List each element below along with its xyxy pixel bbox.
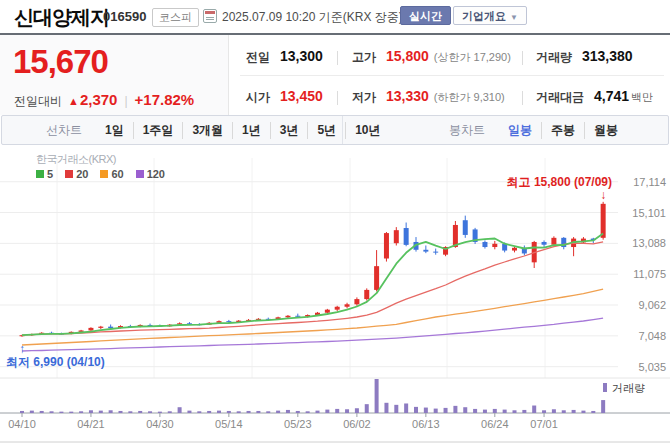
company-overview-button[interactable]: 기업개요▼: [453, 6, 527, 25]
volume-legend-label: 거래량: [612, 382, 645, 394]
svg-text:07/01: 07/01: [530, 418, 558, 430]
stock-name: 신대양제지: [14, 4, 109, 31]
header: 신대양제지 016590 코스피 2025.07.09 10:20 기준(KRX…: [0, 0, 670, 33]
ma20-legend: 20: [65, 168, 88, 180]
tab-1day[interactable]: 1일: [96, 122, 133, 139]
tab-3year[interactable]: 3년: [270, 122, 308, 139]
prev-close-cell: 전일13,300: [246, 48, 323, 66]
price-summary: 15,670 전일대비▲2,370|+17.82% 전일13,300 시가13,…: [0, 35, 670, 115]
divider: [337, 91, 338, 105]
tab-1week[interactable]: 1주일: [133, 122, 183, 139]
open-value: 13,450: [280, 88, 323, 104]
annotations: 최고 15,800 (07/09)↓↑최저 6,990 (04/10)거래량: [6, 175, 645, 394]
candle-chart-label: 봉차트: [449, 122, 485, 139]
svg-text:9,062: 9,062: [638, 299, 666, 311]
svg-text:06/13: 06/13: [412, 418, 440, 430]
ma-lines: [22, 234, 603, 351]
price-volume-chart: 17,11415,10113,08811,0759,0627,0485,0350…: [0, 150, 670, 445]
stock-quote-widget: 신대양제지 016590 코스피 2025.07.09 10:20 기준(KRX…: [0, 0, 670, 445]
open-cell: 시가13,450: [246, 88, 323, 106]
tab-weekly-candle[interactable]: 주봉: [541, 122, 584, 139]
tab-3month[interactable]: 3개월: [182, 122, 232, 139]
separator: |: [124, 94, 127, 108]
quote-timestamp: 2025.07.09 10:20 기준(KRX 장중): [222, 9, 403, 26]
chart-period-toolbar: 선차트 1일 1주일 3개월 1년 3년 5년 10년 봉차트 일봉 주봉 월봉: [1, 115, 669, 145]
calendar-icon: [203, 9, 217, 23]
svg-text:11,075: 11,075: [633, 268, 666, 280]
volume-label: 거래량: [536, 50, 572, 64]
volume-bars: [20, 379, 605, 413]
chart-area: 17,11415,10113,08811,0759,0627,0485,0350…: [0, 150, 670, 445]
high-label: 고가: [352, 50, 376, 64]
gridlines: [0, 158, 670, 442]
svg-text:05/14: 05/14: [215, 418, 243, 430]
tab-1year[interactable]: 1년: [232, 122, 270, 139]
svg-text:↓: ↓: [600, 188, 606, 202]
market-badge: 코스피: [152, 8, 199, 27]
tab-daily-candle[interactable]: 일봉: [499, 122, 541, 139]
divider: [337, 51, 338, 65]
upper-limit: (상한가 17,290): [434, 51, 511, 63]
amount-label: 거래대금: [536, 90, 584, 104]
svg-text:7,048: 7,048: [638, 330, 666, 342]
prev-close-value: 13,300: [280, 48, 323, 64]
ma5-swatch: [36, 170, 44, 178]
divider: [240, 75, 664, 76]
svg-text:13,088: 13,088: [632, 237, 666, 249]
current-price-panel: 15,670 전일대비▲2,370|+17.82%: [0, 35, 229, 115]
svg-text:04/30: 04/30: [146, 418, 174, 430]
tab-10year[interactable]: 10년: [345, 122, 389, 139]
svg-text:↑: ↑: [19, 342, 25, 356]
prev-close-label: 전일: [246, 50, 270, 64]
amount-cell: 거래대금4,741백만: [536, 88, 653, 106]
chart-legend: 한국거래소(KRX) 52060120: [36, 152, 177, 180]
up-triangle-icon: ▲: [68, 95, 79, 107]
ma20-swatch: [65, 170, 73, 178]
change-label: 전일대비: [14, 94, 62, 108]
change-value: 2,370: [80, 91, 118, 108]
tab-monthly-candle[interactable]: 월봉: [584, 122, 627, 139]
ma5-legend: 5: [36, 168, 53, 180]
price-change-row: 전일대비▲2,370|+17.82%: [14, 91, 194, 110]
realtime-button[interactable]: 실시간: [400, 6, 451, 25]
svg-text:05/23: 05/23: [284, 418, 312, 430]
high-cell: 고가15,800(상한가 17,290): [352, 48, 511, 66]
tab-5year[interactable]: 5년: [307, 122, 345, 139]
low-value: 13,330: [386, 88, 429, 104]
amount-value: 4,741: [594, 88, 629, 104]
divider: [522, 91, 523, 105]
svg-text:04/21: 04/21: [77, 418, 105, 430]
divider: [342, 116, 343, 144]
open-label: 시가: [246, 90, 270, 104]
change-percent: +17.82%: [135, 91, 195, 108]
line-chart-label: 선차트: [46, 122, 82, 139]
ma120-legend: 120: [136, 168, 165, 180]
svg-text:06/24: 06/24: [481, 418, 509, 430]
low-annotation: 최저 6,990 (04/10): [6, 355, 105, 369]
data-source-label: 한국거래소(KRX): [36, 152, 177, 167]
chevron-down-icon: ▼: [510, 13, 518, 22]
low-cell: 저가13,330(하한가 9,310): [352, 88, 505, 106]
company-overview-label: 기업개요: [462, 10, 506, 22]
svg-text:06/02: 06/02: [343, 418, 371, 430]
svg-text:17,114: 17,114: [633, 176, 666, 188]
ma60-legend: 60: [100, 168, 123, 180]
svg-text:5,035: 5,035: [638, 361, 666, 373]
amount-unit: 백만: [631, 91, 653, 103]
volume-cell: 거래량313,380: [536, 48, 633, 66]
axis-labels: 17,11415,10113,08811,0759,0627,0485,0350…: [8, 176, 666, 430]
current-price: 15,670: [13, 43, 108, 81]
svg-text:04/10: 04/10: [8, 418, 36, 430]
stock-code: 016590: [103, 9, 146, 24]
volume-value: 313,380: [582, 48, 633, 64]
high-value: 15,800: [386, 48, 429, 64]
ma60-swatch: [100, 170, 108, 178]
low-label: 저가: [352, 90, 376, 104]
svg-text:15,101: 15,101: [632, 207, 666, 219]
lower-limit: (하한가 9,310): [434, 91, 505, 103]
line-chart-tabs: 선차트 1일 1주일 3개월 1년 3년 5년 10년: [46, 116, 389, 144]
high-annotation: 최고 15,800 (07/09): [507, 175, 612, 189]
divider: [522, 51, 523, 65]
ma120-swatch: [136, 170, 144, 178]
ma-legend-items: 52060120: [36, 168, 177, 180]
